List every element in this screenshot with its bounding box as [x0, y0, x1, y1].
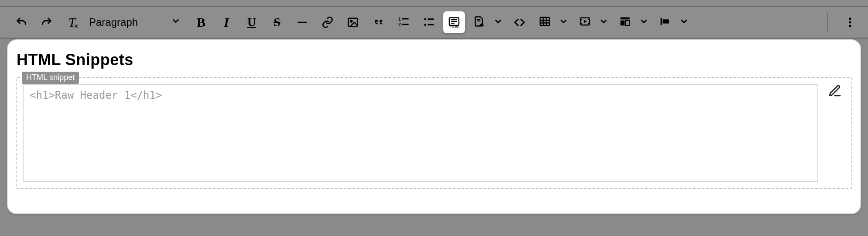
align-split-button[interactable] — [654, 11, 691, 33]
more-button[interactable] — [839, 11, 861, 33]
italic-icon: I — [224, 15, 229, 30]
html-snippet-block[interactable]: HTML snippet <h1>Raw Header 1</h1> — [16, 77, 852, 189]
svg-rect-32 — [625, 21, 629, 26]
toolbar-divider — [827, 13, 828, 32]
svg-point-2 — [351, 21, 352, 22]
snippet-chip: HTML snippet — [22, 72, 79, 84]
unordered-list-button[interactable] — [418, 11, 440, 33]
media-split-button[interactable] — [574, 11, 611, 33]
clear-format-button[interactable]: T✕ — [61, 11, 83, 33]
clear-format-icon: T✕ — [68, 16, 76, 29]
horizontal-rule-icon — [296, 16, 308, 28]
media-dropdown[interactable] — [597, 11, 611, 33]
svg-point-8 — [424, 24, 427, 26]
pencil-icon — [828, 84, 842, 100]
block-style-select[interactable]: Paragraph — [86, 11, 187, 33]
chevron-down-icon — [599, 17, 608, 28]
table-dropdown[interactable] — [557, 11, 571, 33]
edit-snippet-button[interactable] — [824, 84, 845, 100]
code-view-button[interactable] — [509, 11, 530, 33]
bold-icon: B — [197, 15, 205, 30]
window-top-border — [0, 0, 868, 7]
toolbar: T✕ Paragraph B I U S — [0, 7, 868, 39]
content-panel: HTML Snippets HTML snippet <h1>Raw Heade… — [7, 39, 861, 214]
svg-rect-9 — [428, 18, 434, 20]
svg-rect-6 — [402, 24, 409, 25]
italic-button[interactable]: I — [215, 11, 237, 33]
chevron-down-icon — [559, 17, 568, 28]
layout-dropdown[interactable] — [637, 11, 651, 33]
link-button[interactable] — [317, 11, 338, 33]
svg-text:<>: <> — [479, 23, 484, 28]
svg-rect-19 — [540, 17, 550, 26]
editor-app: T✕ Paragraph B I U S — [0, 0, 868, 236]
media-button[interactable] — [574, 11, 596, 33]
underline-icon: U — [247, 15, 256, 29]
svg-text:2: 2 — [398, 22, 401, 27]
panel-title: HTML Snippets — [17, 51, 852, 69]
template-dropdown[interactable] — [491, 11, 505, 33]
layout-icon — [619, 15, 631, 29]
svg-text:HTML: HTML — [451, 25, 459, 28]
ordered-list-icon: 1 2 — [397, 16, 410, 28]
unordered-list-icon — [423, 16, 435, 28]
svg-point-7 — [424, 18, 427, 21]
svg-marker-25 — [584, 20, 587, 23]
media-icon — [579, 15, 591, 29]
svg-rect-33 — [661, 18, 662, 25]
strike-button[interactable]: S — [266, 11, 288, 33]
undo-button[interactable] — [10, 11, 32, 33]
chevron-down-icon — [679, 17, 689, 28]
underline-button[interactable]: U — [241, 11, 263, 33]
svg-rect-30 — [621, 17, 630, 20]
svg-point-37 — [849, 25, 851, 27]
ordered-list-button[interactable]: 1 2 — [393, 11, 414, 33]
undo-icon — [15, 16, 27, 28]
code-icon — [513, 16, 526, 28]
quote-button[interactable] — [367, 11, 389, 33]
chevron-down-icon — [639, 17, 649, 28]
svg-rect-5 — [402, 18, 409, 20]
svg-rect-0 — [298, 22, 307, 23]
align-dropdown[interactable] — [677, 11, 691, 33]
html-snippet-button[interactable]: HTML — [443, 11, 465, 33]
snippet-code[interactable]: <h1>Raw Header 1</h1> — [23, 84, 818, 182]
redo-icon — [41, 16, 53, 28]
table-icon — [539, 15, 551, 29]
table-split-button[interactable] — [534, 11, 571, 33]
template-button[interactable]: <> — [468, 11, 490, 33]
layout-button[interactable] — [614, 11, 636, 33]
editor-stage: HTML Snippets HTML snippet <h1>Raw Heade… — [0, 39, 868, 218]
svg-text:1: 1 — [398, 17, 401, 22]
table-button[interactable] — [534, 11, 556, 33]
block-style-label: Paragraph — [89, 16, 138, 28]
svg-rect-31 — [621, 21, 625, 26]
bold-button[interactable]: B — [190, 11, 212, 33]
svg-rect-1 — [349, 18, 358, 27]
template-icon: <> — [473, 15, 485, 29]
strike-icon: S — [273, 15, 280, 29]
html-snippet-icon: HTML — [448, 16, 460, 28]
kebab-icon — [844, 16, 856, 28]
layout-split-button[interactable] — [614, 11, 651, 33]
align-button[interactable] — [654, 11, 676, 33]
svg-point-36 — [849, 21, 851, 23]
svg-rect-34 — [663, 19, 669, 23]
image-button[interactable] — [342, 11, 364, 33]
align-icon — [659, 15, 671, 29]
redo-button[interactable] — [36, 11, 58, 33]
image-icon — [347, 16, 359, 28]
chevron-down-icon — [171, 16, 181, 28]
quote-icon — [372, 16, 384, 28]
link-icon — [321, 16, 334, 28]
horizontal-rule-button[interactable] — [291, 11, 313, 33]
template-split-button[interactable]: <> — [468, 11, 505, 33]
svg-point-35 — [849, 17, 851, 20]
chevron-down-icon — [493, 17, 503, 28]
svg-rect-10 — [428, 24, 434, 25]
